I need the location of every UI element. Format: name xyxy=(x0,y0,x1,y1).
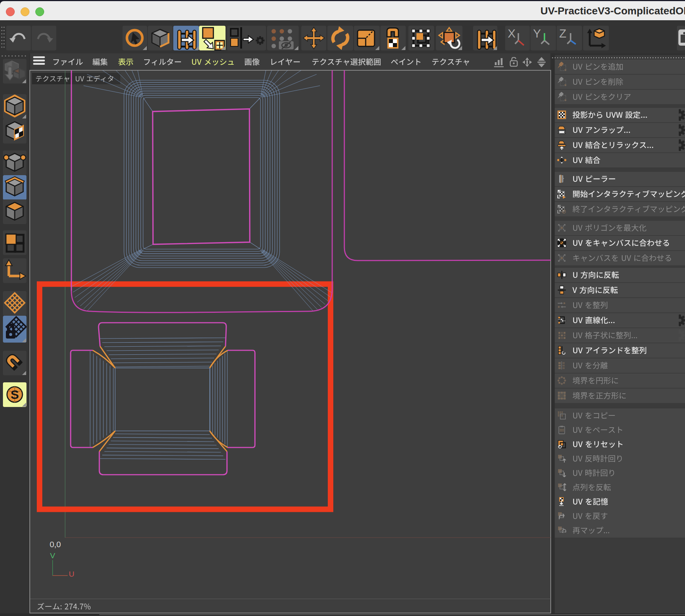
svg-text:X: X xyxy=(508,27,515,40)
svg-text:S: S xyxy=(11,387,19,401)
svg-text:Y: Y xyxy=(533,27,541,40)
svg-text:Z: Z xyxy=(559,27,567,40)
